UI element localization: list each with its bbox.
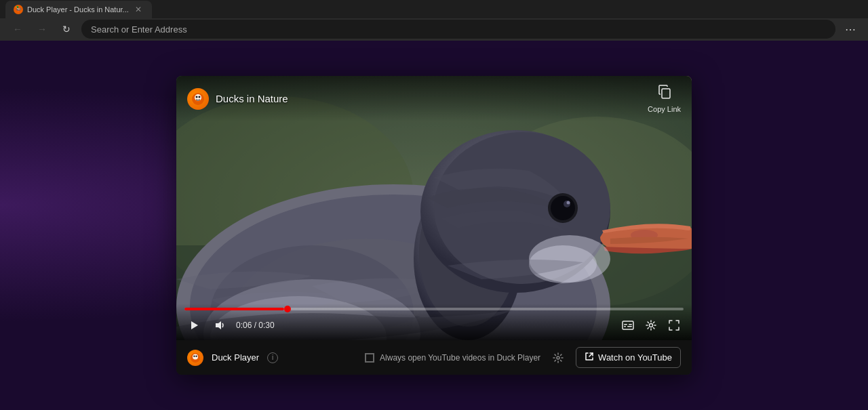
player-footer: Duck Player i Always open YouTube videos… — [176, 340, 692, 375]
browser-chrome: 🦆 Duck Player - Ducks in Natur... ✕ ← → … — [0, 0, 868, 41]
main-content: Ducks in Nature Copy Link — [0, 41, 868, 410]
svg-rect-28 — [623, 321, 633, 329]
video-title-group: Ducks in Nature — [187, 88, 288, 110]
progress-dot — [284, 306, 291, 312]
video-title: Ducks in Nature — [216, 93, 288, 104]
info-button[interactable]: i — [267, 352, 278, 363]
captions-button[interactable] — [618, 316, 637, 335]
fullscreen-button[interactable] — [665, 316, 684, 335]
svg-point-35 — [193, 354, 198, 359]
svg-rect-26 — [662, 89, 670, 98]
always-open-group: Always open YouTube videos in Duck Playe… — [365, 353, 540, 363]
svg-point-24 — [196, 96, 198, 98]
controls-row: 0:06 / 0:30 — [184, 316, 684, 335]
svg-point-25 — [199, 96, 201, 98]
svg-point-37 — [195, 355, 197, 356]
footer-settings-button[interactable] — [549, 348, 568, 367]
watch-on-youtube-label: Watch on YouTube — [598, 352, 672, 363]
svg-rect-31 — [624, 326, 626, 327]
browser-tab[interactable]: 🦆 Duck Player - Ducks in Natur... ✕ — [5, 1, 152, 18]
menu-button[interactable]: ⋯ — [841, 20, 860, 39]
svg-point-33 — [650, 324, 653, 327]
svg-point-16 — [551, 196, 575, 220]
svg-rect-29 — [624, 324, 627, 325]
play-button[interactable] — [184, 316, 203, 335]
refresh-button[interactable]: ↻ — [57, 20, 76, 39]
ddg-logo-header — [187, 88, 209, 110]
duck-player-label: Duck Player — [212, 352, 259, 363]
settings-button[interactable] — [642, 316, 660, 335]
svg-point-38 — [557, 356, 559, 359]
address-bar[interactable]: Search or Enter Address — [81, 20, 835, 39]
tab-favicon: 🦆 — [14, 5, 23, 14]
right-controls — [618, 316, 684, 335]
address-text: Search or Enter Address — [91, 24, 187, 35]
svg-marker-27 — [191, 321, 198, 329]
ddg-logo-footer — [187, 350, 203, 366]
volume-button[interactable] — [210, 316, 229, 335]
tab-title: Duck Player - Ducks in Natur... — [27, 5, 129, 14]
video-wrapper: Ducks in Nature Copy Link — [176, 76, 692, 340]
copy-icon — [657, 84, 672, 102]
toolbar: ← → ↻ Search or Enter Address ⋯ — [0, 18, 868, 41]
progress-bar[interactable] — [184, 308, 684, 310]
tab-bar: 🦆 Duck Player - Ducks in Natur... ✕ — [0, 0, 868, 18]
back-button[interactable]: ← — [8, 20, 27, 39]
duck-player: Ducks in Nature Copy Link — [176, 76, 692, 375]
copy-link-label: Copy Link — [648, 105, 681, 113]
svg-rect-30 — [629, 324, 632, 325]
always-open-checkbox[interactable] — [365, 353, 374, 363]
always-open-label: Always open YouTube videos in Duck Playe… — [380, 353, 540, 363]
video-overlay-header: Ducks in Nature Copy Link — [176, 76, 692, 121]
video-controls: 0:06 / 0:30 — [176, 304, 692, 340]
svg-rect-32 — [627, 326, 632, 327]
svg-point-36 — [193, 355, 195, 356]
external-link-icon — [585, 352, 594, 363]
forward-button[interactable]: → — [33, 20, 52, 39]
progress-fill — [184, 308, 284, 310]
tab-close-button[interactable]: ✕ — [133, 4, 144, 15]
watch-on-youtube-button[interactable]: Watch on YouTube — [576, 347, 681, 368]
copy-link-button[interactable]: Copy Link — [648, 84, 681, 113]
svg-point-18 — [567, 201, 570, 205]
time-display: 0:06 / 0:30 — [236, 321, 275, 330]
